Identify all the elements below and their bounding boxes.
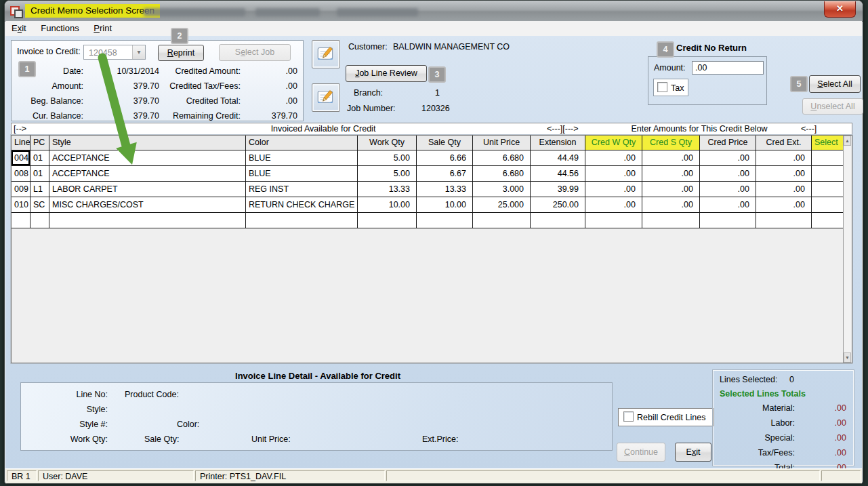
- grid-cell[interactable]: 6.680: [473, 150, 531, 166]
- grid-cell[interactable]: [642, 213, 700, 228]
- style-label: Style:: [54, 405, 108, 414]
- grid-cell[interactable]: [417, 213, 473, 228]
- exit-button[interactable]: Exit: [675, 443, 711, 462]
- grid-cell[interactable]: .00: [700, 182, 756, 197]
- grid-cell[interactable]: .00: [642, 182, 700, 197]
- grid-cell[interactable]: [812, 182, 845, 197]
- job-line-review-button[interactable]: Job Line Review: [346, 65, 427, 82]
- unselect-all-button[interactable]: Unselect All: [802, 98, 863, 115]
- rebill-checkbox[interactable]: [623, 411, 634, 422]
- grid-cell[interactable]: .00: [642, 150, 700, 166]
- grid-cell[interactable]: [812, 197, 845, 213]
- grid-cell[interactable]: 5.00: [358, 166, 417, 182]
- grid-cell[interactable]: 5.00: [358, 150, 417, 166]
- grid-cell[interactable]: 004: [12, 150, 30, 166]
- close-button[interactable]: ✕: [824, 1, 856, 18]
- grid-cell[interactable]: 25.000: [473, 197, 531, 213]
- grid-cell[interactable]: .00: [585, 182, 642, 197]
- grid-vertical-scrollbar[interactable]: ▲ ▼: [843, 136, 852, 363]
- grid-cell[interactable]: 01: [30, 150, 49, 166]
- grid-cell[interactable]: 6.66: [417, 150, 473, 166]
- grid-cell[interactable]: .00: [642, 166, 700, 182]
- grid-cell[interactable]: [12, 213, 30, 228]
- unit-price-label: Unit Price:: [251, 434, 291, 444]
- select-job-button[interactable]: Select Job: [219, 44, 291, 61]
- grid-cell[interactable]: .00: [700, 150, 756, 166]
- grid-cell[interactable]: LABOR CARPET: [49, 182, 246, 197]
- app-window: Credit Memo Selection Screen ✕ Exit Func…: [4, 0, 863, 484]
- col-pc: PC: [30, 136, 49, 150]
- invoice-line-detail-box: Line No: Product Code: Style: Style #: C…: [20, 382, 613, 451]
- grid-cell[interactable]: RETURN CHECK CHARGE: [246, 197, 358, 213]
- notepad-icon-button-2[interactable]: [312, 83, 340, 112]
- notepad-icon-button[interactable]: [312, 40, 340, 68]
- cnr-amount-input[interactable]: [692, 61, 764, 75]
- grid-cell[interactable]: .00: [585, 150, 642, 166]
- grid-cell[interactable]: REG INST: [246, 182, 358, 197]
- grid-cell[interactable]: .00: [700, 166, 756, 182]
- grid-cell[interactable]: 13.33: [358, 182, 417, 197]
- grid-cell[interactable]: 10.00: [417, 197, 473, 213]
- grid-cell[interactable]: .00: [756, 197, 812, 213]
- grid-cell[interactable]: 008: [12, 166, 30, 182]
- menu-print[interactable]: Print: [87, 21, 118, 35]
- scroll-down-icon[interactable]: ▼: [844, 352, 851, 363]
- grid-cell[interactable]: 6.67: [417, 166, 473, 182]
- tax-checkbox-group[interactable]: Tax: [653, 79, 688, 96]
- grid-cell[interactable]: MISC CHARGES/COST: [49, 197, 246, 213]
- grid-cell[interactable]: 010: [12, 197, 30, 213]
- grid-cell[interactable]: 009: [12, 182, 30, 197]
- grid-cell[interactable]: 250.00: [531, 197, 585, 213]
- grid-cell[interactable]: [49, 213, 246, 228]
- grid-cell[interactable]: .00: [585, 197, 642, 213]
- grid-cell[interactable]: 39.99: [531, 182, 585, 197]
- grid-cell[interactable]: 13.33: [417, 182, 473, 197]
- grid-cell[interactable]: .00: [756, 150, 812, 166]
- status-empty: [386, 470, 820, 481]
- invoice-number-dropdown[interactable]: 120458 ▾: [83, 45, 146, 60]
- grid-cell[interactable]: [585, 213, 642, 228]
- grid-cell[interactable]: 44.49: [531, 150, 585, 166]
- menu-exit[interactable]: Exit: [5, 21, 33, 35]
- chevron-down-icon[interactable]: ▾: [132, 45, 145, 59]
- grid-cell[interactable]: 3.000: [473, 182, 531, 197]
- lines-selected-value: 0: [789, 375, 794, 384]
- grid-cell[interactable]: 10.00: [358, 197, 417, 213]
- grid-cell[interactable]: ACCEPTANCE: [49, 166, 246, 182]
- rebill-credit-lines-group[interactable]: Rebill Credit Lines: [618, 408, 714, 426]
- grid-cell[interactable]: [812, 166, 845, 182]
- line-no-label: Line No:: [54, 390, 108, 399]
- grid-cell[interactable]: L1: [30, 182, 49, 197]
- grid-cell[interactable]: .00: [642, 197, 700, 213]
- grid-cell[interactable]: BLUE: [246, 150, 358, 166]
- grid-cell[interactable]: .00: [756, 166, 812, 182]
- col-work-qty: Work Qty: [358, 136, 417, 150]
- grid-cell[interactable]: .00: [585, 166, 642, 182]
- grid-cell[interactable]: [531, 213, 585, 228]
- scroll-up-icon[interactable]: ▲: [844, 136, 851, 146]
- grid-cell[interactable]: [246, 213, 358, 228]
- select-all-button[interactable]: Select All: [809, 75, 861, 93]
- grid-cell[interactable]: [812, 213, 845, 228]
- grid-cell[interactable]: 01: [30, 166, 49, 182]
- title-bar[interactable]: Credit Memo Selection Screen ✕: [5, 1, 863, 22]
- grid-cell[interactable]: .00: [700, 197, 756, 213]
- grid-cell[interactable]: 6.680: [473, 166, 531, 182]
- menu-functions[interactable]: Functions: [35, 21, 85, 35]
- notepad-pencil-icon: [316, 45, 335, 63]
- grid-cell[interactable]: [358, 213, 417, 228]
- grid-cell[interactable]: 44.56: [531, 166, 585, 182]
- grid-cell[interactable]: BLUE: [246, 166, 358, 182]
- annotation-badge-5: 5: [790, 76, 808, 92]
- tax-checkbox[interactable]: [657, 82, 667, 92]
- grid-cell[interactable]: [756, 213, 812, 228]
- grid-cell[interactable]: [700, 213, 756, 228]
- grid-cell[interactable]: [473, 213, 531, 228]
- grid-cell[interactable]: ACCEPTANCE: [49, 150, 246, 166]
- continue-button[interactable]: Continue: [617, 443, 665, 462]
- grid-cell[interactable]: [812, 150, 845, 166]
- reprint-button[interactable]: Reprint: [158, 45, 204, 61]
- grid-cell[interactable]: .00: [756, 182, 812, 197]
- grid-cell[interactable]: [30, 213, 49, 228]
- grid-cell[interactable]: SC: [30, 197, 49, 213]
